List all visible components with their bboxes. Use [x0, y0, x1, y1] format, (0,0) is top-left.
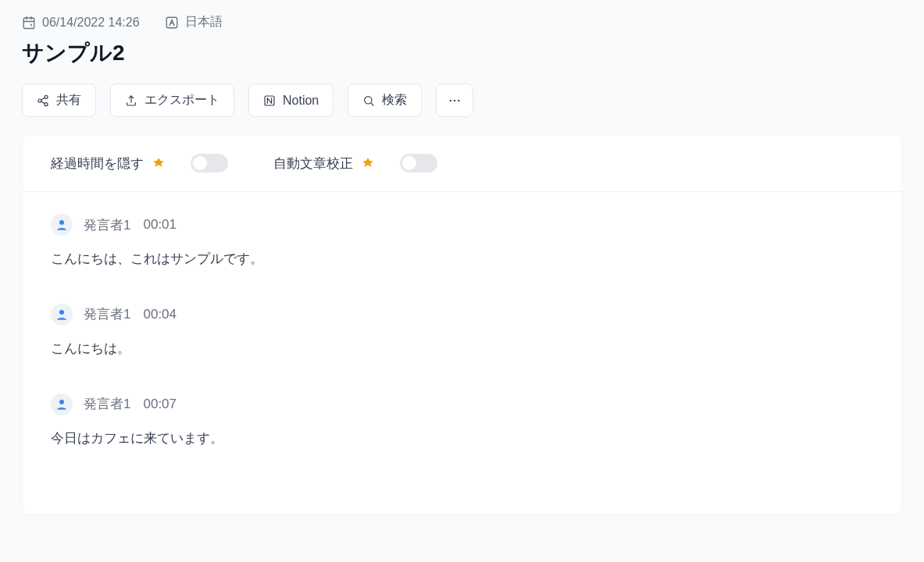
speaker-name[interactable]: 発言者1: [84, 305, 130, 323]
premium-badge-icon: [152, 156, 166, 170]
svg-point-9: [458, 99, 459, 101]
export-button[interactable]: エクスポート: [110, 84, 234, 117]
meta-datetime: 06/14/2022 14:26: [42, 16, 140, 30]
hide-elapsed-label: 経過時間を隠す: [51, 155, 144, 173]
transcript-entry: 発言者1 00:04 こんにちは。: [51, 304, 873, 361]
timestamp[interactable]: 00:01: [143, 217, 177, 233]
avatar: [51, 214, 73, 236]
notion-button[interactable]: Notion: [248, 84, 334, 117]
svg-point-11: [59, 310, 64, 315]
search-button[interactable]: 検索: [348, 84, 422, 117]
transcript-text[interactable]: 今日はカフェに来ています。: [51, 428, 873, 450]
hide-elapsed-control: 経過時間を隠す: [51, 154, 228, 173]
meta-language: 日本語: [185, 14, 223, 30]
export-icon: [125, 94, 137, 107]
auto-proofread-label: 自動文章校正: [273, 155, 353, 173]
timestamp[interactable]: 00:07: [143, 397, 177, 412]
share-icon: [37, 94, 49, 107]
avatar: [51, 304, 73, 325]
speaker-name[interactable]: 発言者1: [84, 395, 130, 413]
transcript-entry: 発言者1 00:07 今日はカフェに来ています。: [51, 393, 873, 450]
search-label: 検索: [382, 92, 407, 108]
share-button[interactable]: 共有: [22, 84, 96, 117]
speaker-name[interactable]: 発言者1: [84, 216, 130, 234]
transcript-text[interactable]: こんにちは。: [51, 338, 873, 361]
transcript: 発言者1 00:01 こんにちは、これはサンプルです。 発言者1 00:04 こ…: [23, 192, 901, 514]
export-label: エクスポート: [144, 92, 219, 108]
timestamp[interactable]: 00:04: [143, 307, 177, 322]
main-panel: 経過時間を隠す 自動文章校正: [22, 134, 902, 515]
more-icon: [448, 94, 462, 108]
calendar-icon: [22, 16, 36, 30]
search-icon: [362, 94, 375, 107]
transcript-entry: 発言者1 00:01 こんにちは、これはサンプルです。: [51, 214, 873, 271]
svg-point-12: [59, 400, 64, 404]
svg-point-7: [450, 99, 451, 101]
share-label: 共有: [56, 92, 81, 108]
toolbar: 共有 エクスポート Notion: [22, 84, 902, 117]
auto-proofread-control: 自動文章校正: [273, 154, 437, 173]
page-title: サンプル2: [22, 38, 902, 68]
controls-row: 経過時間を隠す 自動文章校正: [23, 135, 901, 192]
avatar: [51, 393, 73, 415]
language-icon: [165, 16, 179, 30]
notion-label: Notion: [283, 94, 319, 108]
premium-badge-icon: [361, 156, 375, 170]
svg-point-6: [365, 96, 372, 103]
more-button[interactable]: [436, 84, 473, 117]
svg-point-8: [454, 99, 455, 101]
transcript-text[interactable]: こんにちは、これはサンプルです。: [51, 248, 873, 271]
hide-elapsed-toggle[interactable]: [191, 154, 228, 173]
svg-rect-1: [166, 17, 177, 28]
auto-proofread-toggle[interactable]: [400, 154, 437, 173]
svg-point-10: [59, 220, 64, 225]
meta-row: 06/14/2022 14:26 日本語: [22, 14, 902, 30]
notion-icon: [263, 94, 276, 107]
svg-rect-0: [23, 18, 34, 29]
